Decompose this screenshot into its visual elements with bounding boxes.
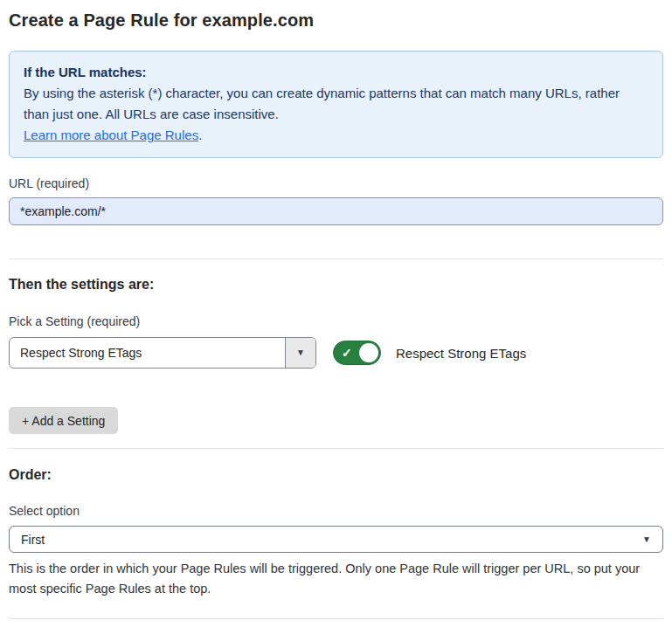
create-page-rule-form: Create a Page Rule for example.com If th…: [0, 0, 672, 627]
info-link-row: Learn more about Page Rules.: [24, 125, 648, 146]
url-match-info-box: If the URL matches: By using the asteris…: [9, 51, 663, 158]
order-select-label: Select option: [9, 504, 663, 518]
info-box-body: By using the asterisk (*) character, you…: [24, 83, 648, 125]
toggle-knob: [359, 343, 378, 362]
order-select[interactable]: First ▼: [9, 526, 663, 553]
divider: [9, 448, 663, 449]
url-field-label: URL (required): [9, 176, 663, 190]
order-section-heading: Order:: [9, 467, 663, 483]
settings-section-heading: Then the settings are:: [9, 277, 663, 293]
toggle-label: Respect Strong ETags: [396, 346, 526, 361]
url-input[interactable]: *example.com/*: [9, 197, 663, 225]
page-title: Create a Page Rule for example.com: [9, 10, 663, 31]
info-box-heading: If the URL matches:: [24, 62, 648, 83]
add-setting-button[interactable]: + Add a Setting: [9, 407, 118, 434]
chevron-down-icon: ▼: [642, 535, 651, 544]
link-suffix: .: [198, 127, 202, 142]
setting-select-value: Respect Strong ETags: [10, 338, 285, 368]
etags-toggle[interactable]: ✓: [333, 341, 381, 365]
learn-more-link[interactable]: Learn more about Page Rules: [24, 127, 198, 142]
divider: [9, 618, 663, 619]
order-help-text: This is the order in which your Page Rul…: [9, 559, 660, 599]
chevron-down-icon: ▼: [296, 348, 305, 357]
setting-select-arrow-button[interactable]: ▼: [285, 338, 315, 368]
setting-row: Respect Strong ETags ▼ ✓ Respect Strong …: [9, 337, 663, 369]
order-select-value: First: [21, 533, 45, 547]
setting-select[interactable]: Respect Strong ETags ▼: [9, 337, 316, 369]
pick-setting-label: Pick a Setting (required): [9, 314, 663, 328]
divider: [9, 258, 663, 259]
check-icon: ✓: [342, 347, 352, 359]
